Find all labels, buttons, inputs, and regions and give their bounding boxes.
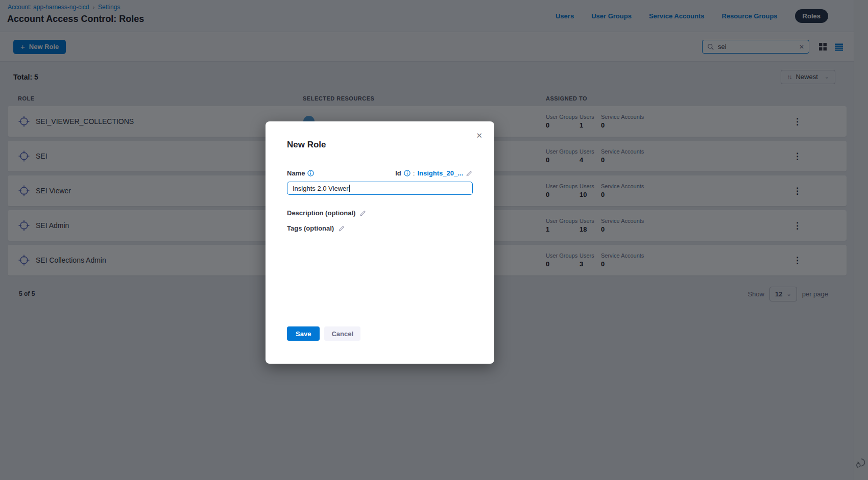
- roles-page: Account: app-harness-ng-cicd › Settings …: [0, 0, 868, 480]
- role-name-input[interactable]: Insights 2.0 Viewer: [287, 182, 473, 195]
- tags-toggle[interactable]: Tags (optional): [287, 224, 473, 232]
- edit-tags-pencil-icon[interactable]: [338, 225, 345, 232]
- edit-description-pencil-icon[interactable]: [359, 210, 367, 217]
- name-label: Name: [287, 169, 305, 177]
- role-id-value[interactable]: Insights_20_...: [417, 169, 463, 177]
- id-separator: :: [413, 169, 415, 177]
- close-icon[interactable]: ✕: [474, 129, 485, 142]
- description-toggle[interactable]: Description (optional): [287, 209, 473, 217]
- tags-label: Tags (optional): [287, 224, 334, 232]
- dialog-title: New Role: [287, 121, 473, 150]
- text-cursor: [349, 185, 350, 192]
- cancel-button[interactable]: Cancel: [324, 326, 360, 341]
- role-name-input-value: Insights 2.0 Viewer: [293, 185, 349, 192]
- save-button[interactable]: Save: [287, 326, 320, 341]
- new-role-dialog: ✕ New Role Name Id : Insights_20_...: [266, 121, 494, 364]
- info-icon: [404, 170, 411, 176]
- description-label: Description (optional): [287, 209, 355, 217]
- info-icon: [307, 170, 314, 176]
- edit-id-pencil-icon[interactable]: [466, 170, 473, 177]
- id-label: Id: [395, 169, 401, 177]
